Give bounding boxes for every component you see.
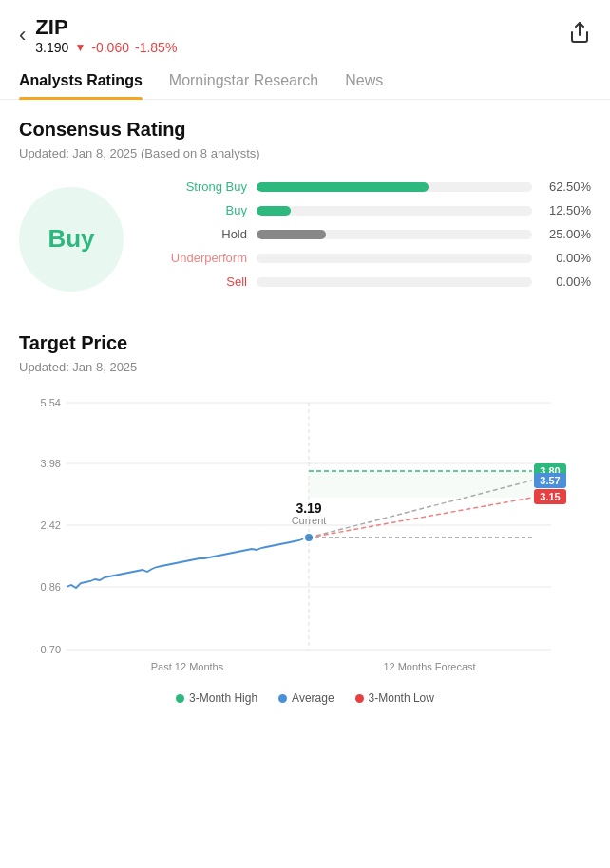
bar-fill xyxy=(257,182,429,192)
main-content: Consensus Rating Updated: Jan 8, 2025 (B… xyxy=(0,100,610,714)
svg-text:3.15: 3.15 xyxy=(540,491,560,502)
legend-label-avg: Average xyxy=(292,691,334,705)
svg-marker-15 xyxy=(309,471,551,498)
bar-row-buy: Buy12.50% xyxy=(143,203,591,217)
price-arrow-icon: ▼ xyxy=(74,41,86,54)
buy-circle: Buy xyxy=(19,187,124,292)
bar-track xyxy=(257,206,532,216)
svg-text:3.57: 3.57 xyxy=(540,475,560,486)
svg-text:Current: Current xyxy=(292,515,327,526)
tab-morningstar-research[interactable]: Morningstar Research xyxy=(169,63,318,99)
buy-label: Buy xyxy=(48,224,94,254)
chart-svg-container: 5.54 3.98 2.42 0.86 -0.70 Past 12 Months… xyxy=(19,393,591,682)
legend-item-high: 3-Month High xyxy=(176,691,257,705)
legend-item-low: 3-Month Low xyxy=(355,691,434,705)
svg-text:2.42: 2.42 xyxy=(41,519,61,531)
header-left: ‹ ZIP 3.190 ▼ -0.060 -1.85% xyxy=(19,15,177,55)
target-price-updated: Updated: Jan 8, 2025 xyxy=(19,360,591,374)
bar-track xyxy=(257,230,532,239)
bar-label: Underperform xyxy=(143,251,247,265)
rating-row: Buy Strong Buy62.50%Buy12.50%Hold25.00%U… xyxy=(19,179,591,298)
bar-track xyxy=(257,254,532,263)
bar-pct-label: 0.00% xyxy=(542,274,591,289)
bar-fill xyxy=(257,230,326,239)
target-price-title: Target Price xyxy=(19,332,591,354)
legend-dot-low xyxy=(355,694,364,703)
tab-analysts-ratings[interactable]: Analysts Ratings xyxy=(19,63,143,99)
svg-text:5.54: 5.54 xyxy=(41,397,61,408)
price-change-pct: -1.85% xyxy=(135,40,177,55)
legend-dot-high xyxy=(176,694,184,703)
bar-label: Hold xyxy=(143,227,247,241)
svg-text:0.86: 0.86 xyxy=(41,581,61,593)
share-button[interactable] xyxy=(568,21,591,49)
tabs: Analysts Ratings Morningstar Research Ne… xyxy=(0,63,610,100)
price-value: 3.190 xyxy=(35,40,68,55)
bar-track xyxy=(257,277,532,287)
legend-dot-avg xyxy=(278,694,287,703)
bar-pct-label: 25.00% xyxy=(542,227,591,241)
svg-text:12 Months Forecast: 12 Months Forecast xyxy=(383,661,475,672)
target-price-section: Target Price Updated: Jan 8, 2025 xyxy=(19,332,591,714)
bar-pct-label: 12.50% xyxy=(542,203,591,217)
bar-row-sell: Sell0.00% xyxy=(143,274,591,289)
consensus-title: Consensus Rating xyxy=(19,119,591,141)
ticker-price-row: 3.190 ▼ -0.060 -1.85% xyxy=(35,40,177,55)
bar-track xyxy=(257,182,532,192)
bar-fill xyxy=(257,206,291,216)
chart-legend: 3-Month High Average 3-Month Low xyxy=(19,691,591,714)
bar-label: Strong Buy xyxy=(143,179,247,194)
bar-pct-label: 62.50% xyxy=(542,179,591,194)
bar-pct-label: 0.00% xyxy=(542,251,591,265)
bar-label: Sell xyxy=(143,274,247,289)
legend-label-low: 3-Month Low xyxy=(369,691,434,705)
tab-news[interactable]: News xyxy=(345,63,383,99)
svg-text:Past 12 Months: Past 12 Months xyxy=(151,661,224,672)
svg-text:3.98: 3.98 xyxy=(41,458,61,469)
bar-row-hold: Hold25.00% xyxy=(143,227,591,241)
svg-line-18 xyxy=(309,498,532,538)
bar-label: Buy xyxy=(143,203,247,217)
bars-container: Strong Buy62.50%Buy12.50%Hold25.00%Under… xyxy=(143,179,591,298)
consensus-updated: Updated: Jan 8, 2025 (Based on 8 analyst… xyxy=(19,146,591,160)
legend-label-high: 3-Month High xyxy=(189,691,257,705)
bar-row-underperform: Underperform0.00% xyxy=(143,251,591,265)
svg-text:3.19: 3.19 xyxy=(295,500,321,516)
svg-text:-0.70: -0.70 xyxy=(37,644,61,655)
legend-item-avg: Average xyxy=(278,691,334,705)
chart-wrapper: 5.54 3.98 2.42 0.86 -0.70 Past 12 Months… xyxy=(19,393,591,682)
price-change: -0.060 xyxy=(91,40,129,55)
bar-row-strong-buy: Strong Buy62.50% xyxy=(143,179,591,194)
ticker-symbol: ZIP xyxy=(35,15,177,40)
consensus-rating-section: Consensus Rating Updated: Jan 8, 2025 (B… xyxy=(19,119,591,298)
back-button[interactable]: ‹ xyxy=(19,23,26,47)
ticker-block: ZIP 3.190 ▼ -0.060 -1.85% xyxy=(35,15,177,55)
header: ‹ ZIP 3.190 ▼ -0.060 -1.85% xyxy=(0,0,610,63)
